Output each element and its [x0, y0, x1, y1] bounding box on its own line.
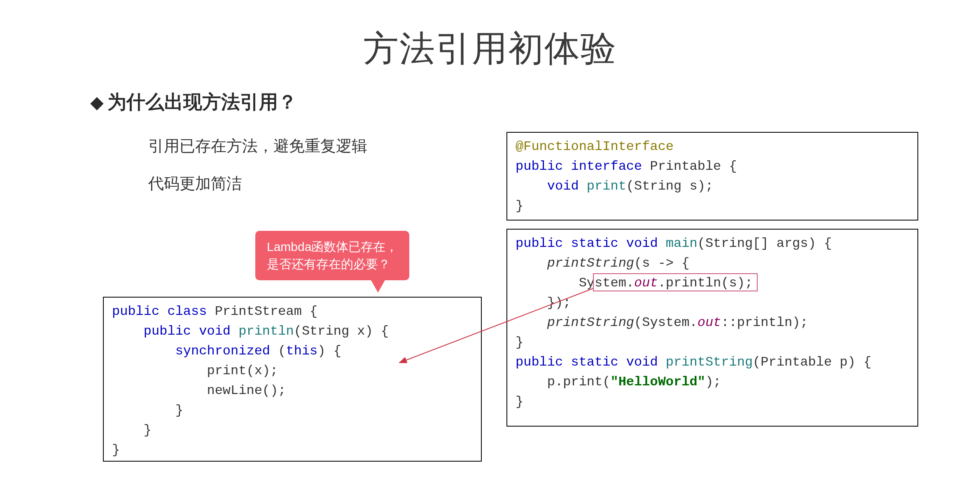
kw-static: static — [571, 236, 618, 251]
code-line: } — [516, 394, 523, 409]
paren-open: ( — [270, 343, 286, 359]
heading-text: 为什么出现方法引用？ — [107, 89, 297, 115]
code-block-printstream: public class PrintStream { public void p… — [103, 297, 482, 462]
kw-public: public — [516, 354, 563, 370]
callout-line-2: 是否还有存在的必要？ — [267, 256, 398, 273]
println-call: .println(s); — [658, 275, 753, 291]
method-print: print — [587, 178, 626, 194]
code-block-main: public static void main(String[] args) {… — [506, 229, 918, 427]
kw-void: void — [547, 178, 579, 194]
method-main: main — [666, 236, 698, 251]
string-literal: "HelloWorld" — [610, 374, 705, 389]
code-line: }); — [516, 295, 571, 310]
params: (String x) { — [294, 324, 389, 339]
kw-void: void — [199, 324, 231, 339]
kw-public: public — [516, 236, 563, 251]
params: (String s); — [626, 178, 713, 194]
field-out: out — [698, 315, 721, 330]
slide: 方法引用初体验 为什么出现方法引用？ 引用已存在方法，避免重复逻辑 代码更加简洁… — [0, 0, 980, 488]
kw-this: this — [286, 343, 317, 359]
code-line: } — [516, 335, 523, 350]
lambda-open: (s -> { — [634, 256, 689, 271]
slide-title: 方法引用初体验 — [41, 25, 939, 73]
method-ref: ::println); — [721, 315, 808, 330]
field-out: out — [634, 275, 658, 291]
code-line: } — [516, 198, 523, 214]
callout-line-1: Lambda函数体已存在， — [267, 238, 398, 256]
code-line: } — [112, 442, 120, 458]
kw-public: public — [112, 304, 159, 319]
sys-pre: (System. — [634, 315, 698, 330]
code-line: newLine(); — [112, 383, 286, 398]
section-heading: 为什么出现方法引用？ — [41, 89, 939, 115]
kw-class: class — [167, 304, 207, 319]
code-block-interface: @FunctionalInterface public interface Pr… — [506, 132, 918, 221]
params: (Printable p) { — [753, 354, 871, 370]
sys-pre: System. — [516, 275, 634, 291]
params: (String[] args) { — [698, 236, 832, 251]
paren-close: ) { — [317, 343, 341, 359]
callout-bubble: Lambda函数体已存在， 是否还有存在的必要？ — [255, 231, 409, 280]
class-name: PrintStream { — [215, 304, 318, 319]
interface-name: Printable { — [650, 159, 737, 174]
post: ); — [705, 374, 721, 389]
code-line: } — [112, 422, 152, 438]
kw-public: public — [144, 324, 191, 339]
method-printstring: printString — [666, 354, 753, 370]
annotation: @FunctionalInterface — [516, 139, 674, 154]
method-println: println — [238, 324, 294, 339]
kw-void: void — [626, 236, 658, 251]
kw-void: void — [626, 354, 658, 370]
kw-static: static — [571, 354, 618, 370]
call-printstring: printString — [547, 256, 634, 271]
code-line: print(x); — [112, 363, 278, 378]
code-line: } — [112, 403, 183, 418]
pre: p.print( — [516, 374, 610, 389]
kw-public: public — [516, 159, 563, 174]
call-printstring: printString — [547, 315, 634, 330]
kw-interface: interface — [571, 159, 642, 174]
kw-synchronized: synchronized — [175, 343, 270, 359]
